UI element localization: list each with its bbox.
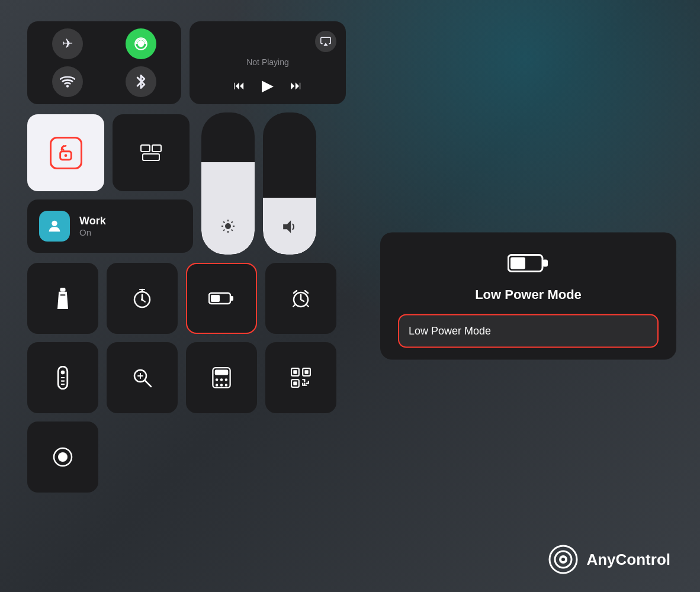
cellular-icon [133, 36, 149, 52]
svg-rect-49 [293, 370, 297, 374]
media-top [199, 31, 336, 52]
svg-point-40 [216, 378, 219, 381]
control-center: ✈ [18, 12, 355, 502]
low-power-popup: Low Power Mode Low Power Mode [380, 233, 676, 360]
lock-icon [50, 137, 82, 169]
work-focus-button[interactable]: Work On [27, 200, 193, 253]
low-power-title: Low Power Mode [475, 287, 582, 303]
remote-button[interactable] [27, 342, 98, 413]
low-power-mode-button[interactable] [186, 263, 257, 334]
qr-icon [291, 368, 311, 388]
battery-icon [208, 291, 235, 305]
wifi-icon [60, 75, 75, 88]
svg-rect-39 [215, 370, 229, 375]
cellular-button[interactable] [126, 28, 156, 59]
brightness-fill [201, 162, 255, 255]
timer-button[interactable] [107, 263, 178, 334]
svg-rect-22 [60, 294, 66, 295]
wifi-button[interactable] [52, 66, 83, 97]
work-focus-text: Work On [79, 215, 106, 237]
rewind-button[interactable]: ⏮ [233, 79, 245, 92]
anycontrol-logo [548, 545, 578, 574]
row-1: ✈ [27, 21, 346, 104]
svg-line-14 [232, 230, 233, 231]
media-controls: ⏮ ▶ ⏭ [199, 76, 336, 95]
svg-line-18 [232, 221, 233, 223]
svg-point-41 [220, 378, 223, 381]
svg-rect-6 [141, 145, 150, 152]
svg-rect-31 [61, 377, 65, 378]
rotation-lock-button[interactable] [27, 114, 104, 191]
svg-point-1 [140, 43, 142, 45]
low-power-mode-toggle[interactable]: Low Power Mode [398, 314, 659, 348]
low-power-card: Low Power Mode Low Power Mode [380, 233, 676, 360]
screen-mirror-button[interactable] [113, 114, 190, 191]
row-3 [27, 263, 346, 334]
svg-point-60 [561, 558, 565, 561]
svg-rect-56 [510, 258, 525, 269]
svg-rect-51 [293, 381, 297, 385]
remote-icon [56, 366, 70, 390]
alarm-button[interactable] [265, 263, 336, 334]
brand-name: AnyControl [586, 551, 670, 569]
flashlight-icon [54, 288, 71, 309]
svg-point-42 [225, 378, 228, 381]
airplane-icon: ✈ [62, 36, 73, 52]
qr-scanner-button[interactable] [265, 342, 336, 413]
row-2: Work On [27, 112, 346, 255]
svg-rect-7 [152, 145, 161, 152]
svg-line-13 [223, 221, 224, 223]
left-controls: Work On [27, 114, 193, 253]
lock-mirror-row [27, 114, 193, 191]
magnifier-icon [132, 368, 152, 388]
svg-point-9 [52, 221, 57, 226]
airplane-mode-button[interactable]: ✈ [52, 28, 83, 59]
airplay-button[interactable] [315, 31, 336, 52]
svg-line-17 [223, 230, 224, 231]
magnifier-button[interactable] [107, 342, 178, 413]
fast-forward-button[interactable]: ⏭ [290, 79, 302, 92]
volume-icon [282, 220, 297, 237]
svg-point-44 [220, 384, 223, 387]
record-icon [53, 447, 73, 467]
svg-rect-33 [61, 384, 65, 385]
work-label: Work [79, 215, 106, 227]
svg-rect-8 [143, 154, 159, 160]
calculator-icon [212, 367, 231, 388]
svg-point-24 [141, 298, 143, 301]
svg-rect-55 [542, 260, 548, 267]
svg-line-35 [145, 381, 151, 387]
battery-icon-large [508, 250, 549, 280]
svg-rect-32 [61, 380, 65, 381]
bluetooth-icon [136, 73, 146, 90]
brightness-icon [221, 219, 235, 237]
svg-point-30 [61, 371, 65, 375]
bluetooth-button[interactable] [126, 66, 156, 97]
sliders [201, 112, 316, 255]
anycontrol-brand: AnyControl [548, 545, 670, 574]
svg-rect-20 [60, 288, 66, 292]
play-button[interactable]: ▶ [262, 76, 274, 95]
airplay-icon [320, 36, 331, 47]
volume-slider[interactable] [263, 112, 316, 255]
screen-mirror-icon [140, 144, 162, 161]
flashlight-button[interactable] [27, 263, 98, 334]
row-5 [27, 422, 346, 493]
timer-icon [132, 288, 152, 308]
row-4 [27, 342, 346, 413]
media-block: Not Playing ⏮ ▶ ⏭ [190, 21, 346, 104]
svg-marker-19 [283, 220, 291, 233]
svg-point-43 [216, 384, 219, 387]
svg-rect-27 [211, 295, 220, 302]
brightness-slider[interactable] [201, 112, 255, 255]
connectivity-block: ✈ [27, 21, 181, 104]
screen-record-button[interactable] [27, 422, 98, 493]
calculator-button[interactable] [186, 342, 257, 413]
svg-point-2 [66, 85, 69, 87]
svg-point-10 [225, 223, 231, 229]
svg-marker-3 [323, 43, 328, 46]
focus-icon [39, 211, 70, 242]
svg-rect-26 [230, 296, 233, 301]
svg-point-53 [58, 452, 68, 462]
svg-point-45 [225, 384, 228, 387]
